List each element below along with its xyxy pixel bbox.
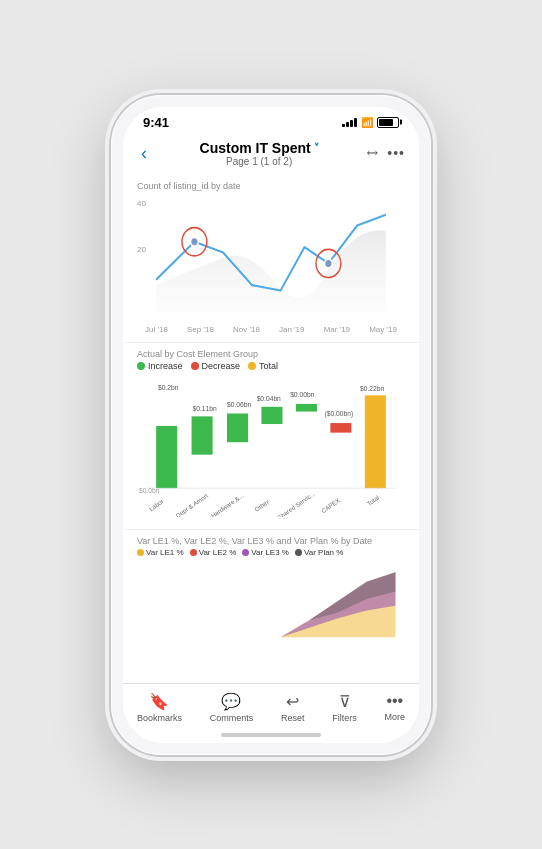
label-le3: Var LE3 % xyxy=(251,548,289,557)
reset-label: Reset xyxy=(281,713,305,723)
nav-reset[interactable]: ↩ Reset xyxy=(281,692,305,723)
svg-text:$0.00bn: $0.00bn xyxy=(290,391,314,398)
waterfall-svg: $0.2bn $0.11bn $0.06bn $0.04bn $0.00bn (… xyxy=(137,377,405,517)
dot-le3 xyxy=(242,549,249,556)
nav-filters[interactable]: ⊽ Filters xyxy=(332,692,357,723)
x-label-4: Mar '19 xyxy=(324,325,350,334)
svg-text:$0.06bn: $0.06bn xyxy=(227,400,251,407)
svg-text:Shared Servic...: Shared Servic... xyxy=(276,489,316,516)
page-header: ‹ Custom IT Spent ˅ Page 1 (1 of 2) ⤢ ••… xyxy=(123,134,419,171)
x-label-5: May '19 xyxy=(369,325,397,334)
svg-text:Hardware &...: Hardware &... xyxy=(210,491,245,517)
header-title-wrap: Custom IT Spent ˅ Page 1 (1 of 2) xyxy=(151,140,367,167)
waterfall-legend: Increase Decrease Total xyxy=(137,361,405,371)
svg-point-1 xyxy=(325,259,333,268)
svg-text:$0.11bn: $0.11bn xyxy=(193,404,217,411)
svg-rect-17 xyxy=(330,423,351,433)
area-chart-label: Var LE1 %, Var LE2 %, Var LE3 % and Var … xyxy=(137,536,405,546)
battery-icon xyxy=(377,117,399,128)
svg-rect-12 xyxy=(156,425,177,487)
dot-le1 xyxy=(137,549,144,556)
legend-le2: Var LE2 % xyxy=(190,548,237,557)
bookmarks-icon: 🔖 xyxy=(149,692,169,711)
filters-label: Filters xyxy=(332,713,357,723)
wifi-icon: 📶 xyxy=(361,117,373,128)
svg-text:($0.00bn): ($0.00bn) xyxy=(325,410,354,418)
svg-rect-15 xyxy=(261,406,282,423)
filters-icon: ⊽ xyxy=(339,692,351,711)
x-label-0: Jul '18 xyxy=(145,325,168,334)
legend-dot-decrease xyxy=(191,362,199,370)
svg-text:Total: Total xyxy=(366,493,381,506)
x-label-1: Sep '18 xyxy=(187,325,214,334)
back-button[interactable]: ‹ xyxy=(137,141,151,166)
svg-point-0 xyxy=(191,237,199,246)
svg-rect-13 xyxy=(192,416,213,454)
legend-label-total: Total xyxy=(259,361,278,371)
legend-total: Total xyxy=(248,361,278,371)
line-chart-label: Count of listing_id by date xyxy=(137,181,405,191)
legend-le1: Var LE1 % xyxy=(137,548,184,557)
more-icon: ••• xyxy=(386,692,403,710)
phone-screen: 9:41 📶 ‹ Custom IT Spent ˅ xyxy=(123,107,419,743)
svg-text:$0.22bn: $0.22bn xyxy=(360,385,384,392)
area-legend: Var LE1 % Var LE2 % Var LE3 % Var Plan % xyxy=(137,548,405,557)
nav-comments[interactable]: 💬 Comments xyxy=(210,692,254,723)
comments-icon: 💬 xyxy=(221,692,241,711)
legend-plan: Var Plan % xyxy=(295,548,343,557)
expand-icon[interactable]: ⤢ xyxy=(363,143,383,163)
more-menu-button[interactable]: ••• xyxy=(387,145,405,161)
more-label: More xyxy=(385,712,406,722)
comments-label: Comments xyxy=(210,713,254,723)
line-chart-section: Count of listing_id by date 40 20 xyxy=(123,175,419,338)
legend-dot-total xyxy=(248,362,256,370)
title-chevron-icon[interactable]: ˅ xyxy=(314,142,319,153)
x-axis-labels: Jul '18 Sep '18 Nov '18 Jan '19 Mar '19 … xyxy=(137,323,405,334)
phone-frame: 9:41 📶 ‹ Custom IT Spent ˅ xyxy=(111,95,431,755)
line-chart-wrap: 40 20 xyxy=(137,193,405,323)
svg-text:Labor: Labor xyxy=(148,497,165,512)
page-content[interactable]: Count of listing_id by date 40 20 xyxy=(123,171,419,683)
nav-more[interactable]: ••• More xyxy=(385,692,406,722)
status-time: 9:41 xyxy=(143,115,169,130)
signal-icon xyxy=(342,117,357,127)
reset-icon: ↩ xyxy=(286,692,299,711)
waterfall-chart-label: Actual by Cost Element Group xyxy=(137,349,405,359)
svg-text:$0.2bn: $0.2bn xyxy=(158,383,179,390)
status-bar: 9:41 📶 xyxy=(123,107,419,134)
status-icons: 📶 xyxy=(342,117,399,128)
x-label-3: Jan '19 xyxy=(279,325,305,334)
area-chart-section: Var LE1 %, Var LE2 %, Var LE3 % and Var … xyxy=(123,529,419,649)
svg-rect-14 xyxy=(227,413,248,442)
y-axis-20: 20 xyxy=(137,245,146,254)
x-label-2: Nov '18 xyxy=(233,325,260,334)
bottom-navigation: 🔖 Bookmarks 💬 Comments ↩ Reset ⊽ Filters… xyxy=(123,683,419,727)
legend-decrease: Decrease xyxy=(191,361,241,371)
dot-plan xyxy=(295,549,302,556)
area-chart-svg xyxy=(137,561,405,641)
header-actions: ⤢ ••• xyxy=(367,145,405,161)
dot-le2 xyxy=(190,549,197,556)
waterfall-chart-section: Actual by Cost Element Group Increase De… xyxy=(123,342,419,525)
legend-le3: Var LE3 % xyxy=(242,548,289,557)
label-plan: Var Plan % xyxy=(304,548,343,557)
svg-rect-16 xyxy=(296,403,317,411)
svg-rect-18 xyxy=(365,395,386,488)
legend-increase: Increase xyxy=(137,361,183,371)
nav-bookmarks[interactable]: 🔖 Bookmarks xyxy=(137,692,182,723)
page-title: Custom IT Spent xyxy=(200,140,311,156)
svg-text:Other: Other xyxy=(253,498,270,513)
home-indicator xyxy=(123,727,419,743)
line-chart-svg xyxy=(137,193,405,323)
home-bar xyxy=(221,733,321,737)
svg-text:CAPEX: CAPEX xyxy=(320,496,342,514)
page-title-row: Custom IT Spent ˅ xyxy=(200,140,319,156)
legend-dot-increase xyxy=(137,362,145,370)
svg-text:$0.04bn: $0.04bn xyxy=(257,395,281,402)
page-subtitle: Page 1 (1 of 2) xyxy=(226,156,292,167)
legend-label-increase: Increase xyxy=(148,361,183,371)
legend-label-decrease: Decrease xyxy=(202,361,241,371)
label-le1: Var LE1 % xyxy=(146,548,184,557)
y-axis-40: 40 xyxy=(137,199,146,208)
label-le2: Var LE2 % xyxy=(199,548,237,557)
